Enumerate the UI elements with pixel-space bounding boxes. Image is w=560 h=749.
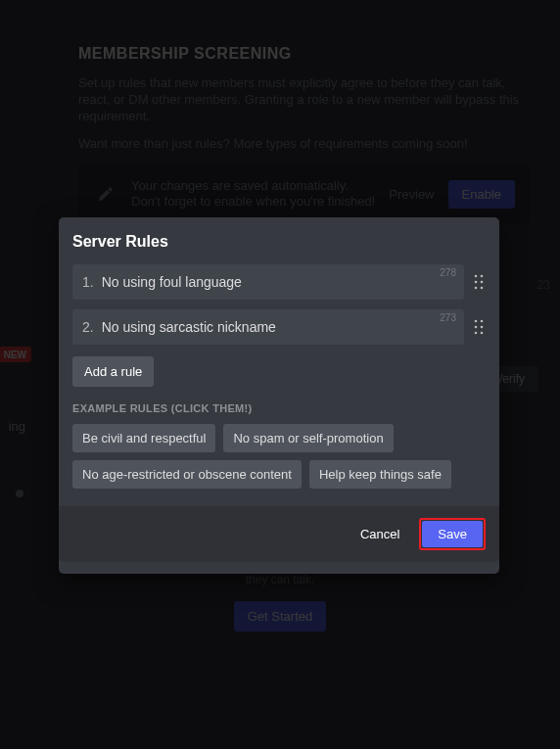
rule-char-remaining: 273	[440, 312, 456, 323]
rule-index: 2.	[82, 319, 94, 335]
modal-overlay[interactable]: Server Rules 1. No using foul language 2…	[0, 0, 560, 749]
svg-point-6	[475, 320, 478, 323]
rule-input[interactable]: 2. No using sarcastic nickname 273	[72, 309, 464, 345]
svg-point-4	[475, 287, 478, 290]
svg-point-3	[481, 281, 484, 284]
rule-text: No using foul language	[102, 274, 242, 290]
svg-point-2	[475, 281, 478, 284]
example-rules-heading: EXAMPLE RULES (CLICK THEM!)	[59, 402, 499, 414]
svg-point-9	[481, 326, 484, 329]
save-button[interactable]: Save	[422, 521, 483, 547]
svg-point-8	[475, 326, 478, 329]
example-rule-chip[interactable]: No spam or self-promotion	[223, 424, 393, 452]
example-rule-chip[interactable]: Help keep things safe	[309, 460, 451, 489]
svg-point-11	[481, 332, 484, 335]
rule-input[interactable]: 1. No using foul language 278	[72, 264, 464, 300]
rules-list: 1. No using foul language 278 2. No usin…	[59, 264, 499, 345]
modal-footer: Cancel Save	[59, 506, 499, 562]
svg-point-5	[481, 287, 484, 290]
drag-handle-icon[interactable]	[472, 270, 486, 294]
svg-point-10	[475, 332, 478, 335]
svg-point-0	[475, 275, 478, 278]
rule-row: 1. No using foul language 278	[72, 264, 486, 300]
example-rules-list: Be civil and respectful No spam or self-…	[59, 424, 499, 498]
rule-char-remaining: 278	[440, 267, 456, 278]
svg-point-1	[481, 275, 484, 278]
drag-handle-icon[interactable]	[472, 315, 486, 339]
server-rules-modal: Server Rules 1. No using foul language 2…	[59, 217, 499, 574]
rule-index: 1.	[82, 274, 94, 290]
modal-title: Server Rules	[59, 217, 499, 264]
example-rule-chip[interactable]: No age-restricted or obscene content	[72, 460, 302, 489]
cancel-button[interactable]: Cancel	[347, 520, 413, 548]
svg-point-7	[481, 320, 484, 323]
rule-text: No using sarcastic nickname	[102, 319, 276, 335]
example-rule-chip[interactable]: Be civil and respectful	[72, 424, 215, 452]
save-button-highlight: Save	[419, 518, 486, 550]
add-rule-button[interactable]: Add a rule	[72, 356, 154, 387]
rule-row: 2. No using sarcastic nickname 273	[72, 309, 486, 345]
